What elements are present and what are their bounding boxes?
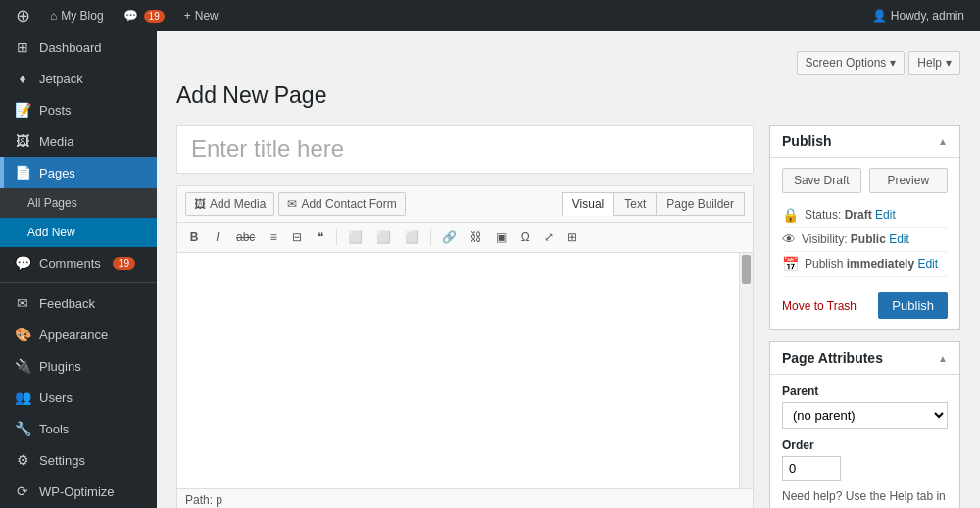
tab-text[interactable]: Text bbox=[613, 192, 657, 216]
order-label: Order bbox=[782, 438, 948, 452]
format-strike[interactable]: abc bbox=[230, 227, 261, 248]
admin-bar-comments[interactable]: 💬 19 bbox=[116, 0, 172, 31]
format-special-chars[interactable]: Ω bbox=[514, 227, 536, 248]
users-icon: 👥 bbox=[14, 389, 31, 405]
format-fullscreen[interactable]: ⤢ bbox=[538, 227, 560, 248]
posts-icon: 📝 bbox=[14, 102, 31, 118]
wp-optimize-icon: ⟳ bbox=[14, 483, 31, 499]
editor-top-bar: 🖼 Add Media ✉ Add Contact Form Visual bbox=[177, 186, 753, 223]
publish-button[interactable]: Publish bbox=[878, 292, 948, 319]
format-align-left[interactable]: ⬜ bbox=[342, 227, 368, 248]
format-blockquote[interactable]: ❝ bbox=[310, 227, 331, 248]
sidebar-item-appearance[interactable]: 🎨 Appearance bbox=[0, 319, 157, 350]
admin-bar-avatar[interactable]: 👤 Howdy, admin bbox=[864, 0, 972, 31]
main-content: Screen Options ▾ Help ▾ Add New Page 🖼 bbox=[157, 31, 980, 508]
admin-bar: ⊕ ⌂ My Blog 💬 19 + New 👤 Howdy, admin bbox=[0, 0, 980, 31]
format-more[interactable]: ⊞ bbox=[562, 227, 583, 248]
status-row: 🔒 Status: Draft Edit bbox=[782, 203, 948, 228]
sidebar-item-jetpack[interactable]: ♦ Jetpack bbox=[0, 63, 157, 94]
format-insert[interactable]: ▣ bbox=[490, 227, 513, 248]
chevron-down-icon: ▾ bbox=[946, 56, 952, 70]
editor-main: 🖼 Add Media ✉ Add Contact Form Visual bbox=[176, 125, 754, 508]
page-attributes-body: Parent (no parent) Order Need help? Use … bbox=[770, 375, 959, 508]
tools-icon: 🔧 bbox=[14, 421, 31, 436]
save-draft-button[interactable]: Save Draft bbox=[782, 168, 861, 193]
sidebar-item-dashboard[interactable]: ⊞ Dashboard bbox=[0, 31, 157, 63]
publish-panel: Publish ▲ Save Draft Preview 🔒 Status: D… bbox=[769, 125, 960, 330]
format-bold[interactable]: B bbox=[183, 227, 205, 248]
visibility-icon: 👁 bbox=[782, 231, 796, 247]
visibility-row: 👁 Visibility: Public Edit bbox=[782, 228, 948, 252]
pages-icon: 📄 bbox=[14, 165, 31, 180]
page-attributes-header[interactable]: Page Attributes ▲ bbox=[770, 342, 959, 375]
format-unlink[interactable]: ⛓ bbox=[465, 227, 488, 248]
format-align-center[interactable]: ⬜ bbox=[370, 227, 397, 248]
status-icon: 🔒 bbox=[782, 207, 799, 223]
publish-panel-body: Save Draft Preview 🔒 Status: Draft Edit … bbox=[770, 158, 959, 329]
jetpack-icon: ♦ bbox=[14, 71, 31, 86]
parent-select[interactable]: (no parent) bbox=[782, 402, 948, 429]
editor-content[interactable] bbox=[177, 253, 753, 488]
sidebar-item-pages[interactable]: 📄 Pages bbox=[0, 157, 157, 188]
sidebar-item-users[interactable]: 👥 Users bbox=[0, 381, 157, 413]
visibility-edit-link[interactable]: Edit bbox=[889, 232, 909, 246]
format-ol[interactable]: ⊟ bbox=[286, 227, 308, 248]
sidebar-item-plugins[interactable]: 🔌 Plugins bbox=[0, 350, 157, 381]
tab-page-builder[interactable]: Page Builder bbox=[657, 192, 745, 216]
pages-submenu: All Pages Add New bbox=[0, 188, 157, 247]
sidebar-item-wp-optimize[interactable]: ⟳ WP-Optimize bbox=[0, 476, 157, 507]
plus-icon: + bbox=[184, 9, 191, 23]
comment-icon: 💬 bbox=[123, 9, 138, 23]
publish-edit-link[interactable]: Edit bbox=[917, 257, 938, 271]
format-italic[interactable]: I bbox=[207, 227, 228, 248]
settings-icon: ⚙ bbox=[14, 452, 31, 468]
publish-panel-header[interactable]: Publish ▲ bbox=[770, 126, 959, 158]
title-input[interactable] bbox=[176, 125, 754, 174]
help-text: Need help? Use the Help tab in the upper… bbox=[782, 488, 948, 508]
editor-area: 🖼 Add Media ✉ Add Contact Form Visual bbox=[176, 185, 754, 508]
help-button[interactable]: Help ▾ bbox=[908, 51, 960, 75]
sidebar-item-feedback[interactable]: ✉ Feedback bbox=[0, 287, 157, 319]
publish-collapse-icon: ▲ bbox=[938, 136, 948, 147]
admin-bar-new[interactable]: + New bbox=[176, 0, 226, 31]
dashboard-icon: ⊞ bbox=[14, 39, 31, 55]
tab-visual[interactable]: Visual bbox=[562, 192, 613, 216]
feedback-icon: ✉ bbox=[14, 295, 31, 311]
sidebar-item-comments[interactable]: 💬 Comments 19 bbox=[0, 247, 157, 279]
chevron-down-icon: ▾ bbox=[890, 56, 896, 70]
sidebar-item-add-new[interactable]: Add New bbox=[0, 218, 157, 247]
move-to-trash-button[interactable]: Move to Trash bbox=[782, 299, 857, 313]
view-tabs: Visual Text Page Builder bbox=[562, 192, 745, 216]
page-attributes-collapse-icon: ▲ bbox=[938, 353, 948, 364]
editor-sidebar: Publish ▲ Save Draft Preview 🔒 Status: D… bbox=[769, 125, 960, 508]
page-attributes-panel: Page Attributes ▲ Parent (no parent) Ord… bbox=[769, 341, 960, 508]
format-align-right[interactable]: ⬜ bbox=[399, 227, 425, 248]
editor-path: Path: p bbox=[185, 493, 745, 507]
media-plus-icon: 🖼 bbox=[194, 197, 206, 211]
calendar-icon: 📅 bbox=[782, 256, 799, 272]
sidebar: ⊞ Dashboard ♦ Jetpack 📝 Posts 🖼 Media 📄 … bbox=[0, 31, 157, 508]
status-edit-link[interactable]: Edit bbox=[875, 208, 896, 222]
admin-bar-my-blog[interactable]: ⌂ My Blog bbox=[42, 0, 112, 31]
contact-form-icon: ✉ bbox=[287, 197, 297, 211]
format-link[interactable]: 🔗 bbox=[436, 227, 463, 248]
sidebar-item-all-pages[interactable]: All Pages bbox=[0, 188, 157, 218]
sidebar-item-tools[interactable]: 🔧 Tools bbox=[0, 413, 157, 444]
screen-options-button[interactable]: Screen Options ▾ bbox=[797, 51, 906, 75]
editor-scrollbar[interactable] bbox=[739, 253, 753, 488]
order-input[interactable] bbox=[782, 456, 841, 481]
format-ul[interactable]: ≡ bbox=[263, 227, 284, 248]
publish-time-row: 📅 Publish immediately Edit bbox=[782, 252, 948, 277]
sidebar-item-posts[interactable]: 📝 Posts bbox=[0, 94, 157, 126]
sidebar-item-media[interactable]: 🖼 Media bbox=[0, 126, 157, 157]
add-contact-form-button[interactable]: ✉ Add Contact Form bbox=[278, 192, 405, 216]
page-title: Add New Page bbox=[176, 82, 960, 109]
add-media-button[interactable]: 🖼 Add Media bbox=[185, 192, 274, 216]
wp-logo[interactable]: ⊕ bbox=[8, 5, 38, 26]
sidebar-item-settings[interactable]: ⚙ Settings bbox=[0, 444, 157, 476]
formatting-bar: B I abc ≡ ⊟ ❝ ⬜ ⬜ ⬜ 🔗 ⛓ ▣ Ω bbox=[177, 223, 753, 253]
home-icon: ⌂ bbox=[50, 9, 57, 23]
plugins-icon: 🔌 bbox=[14, 358, 31, 374]
preview-button[interactable]: Preview bbox=[869, 168, 949, 193]
media-icon: 🖼 bbox=[14, 133, 31, 149]
